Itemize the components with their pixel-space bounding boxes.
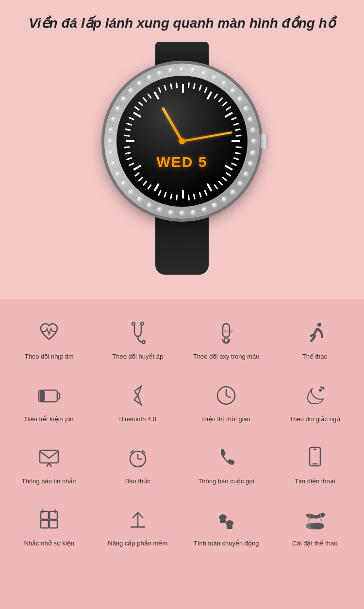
feature-label-blood-oxygen: Theo dõi oxy trong máu: [193, 352, 260, 361]
features-section: Theo dõi nhịp tim Theo dõi huyết áp Sao2…: [0, 299, 364, 567]
feature-label-heart-rate: Theo dõi nhịp tim: [25, 352, 74, 361]
feature-label-time: Hiện thị thời gian: [202, 415, 251, 424]
svg-rect-41: [220, 519, 226, 523]
svg-point-2: [142, 341, 145, 344]
feature-item-event: Nhắc nhở sự kiện: [5, 495, 94, 558]
svg-point-16: [322, 387, 324, 389]
message-icon: [34, 443, 64, 472]
feature-label-alarm: Báo thức: [125, 477, 150, 486]
strap-top: [155, 42, 209, 66]
svg-point-44: [311, 523, 324, 529]
watch-crown: [261, 134, 268, 148]
feature-label-call: Thông báo cuộc gọi: [198, 477, 254, 486]
feature-label-update: Nâng cấp phần mềm: [108, 539, 167, 548]
svg-rect-33: [41, 520, 49, 528]
update-icon: [123, 505, 152, 534]
feature-item-sport: Thể thao: [271, 309, 360, 371]
feature-label-steps: Tính toán chuyển động: [194, 539, 259, 548]
strap-bottom: [155, 216, 209, 275]
feature-item-sport-settings: Cài đặt thể thao: [271, 495, 360, 558]
feature-label-battery: Siêu tiết kiệm pin: [25, 415, 74, 424]
sport-settings-icon: [300, 505, 330, 534]
watch-wrapper: WED 5: [80, 42, 284, 294]
find-phone-icon: [300, 443, 330, 472]
event-icon: [34, 505, 64, 534]
features-grid: Theo dõi nhịp tim Theo dõi huyết áp Sao2…: [5, 309, 359, 558]
svg-point-15: [319, 389, 321, 391]
feature-label-blood-pressure: Theo dõi huyết áp: [112, 352, 163, 361]
hand-center: [179, 138, 185, 144]
hour-hand: [162, 107, 183, 142]
svg-point-7: [224, 338, 228, 343]
svg-text:Sao2: Sao2: [224, 329, 233, 333]
sport-icon: [300, 318, 330, 347]
svg-rect-10: [57, 393, 60, 399]
battery-icon: [34, 381, 64, 410]
time-icon: [212, 381, 241, 410]
minute-hand: [182, 132, 232, 142]
feature-item-update: Nâng cấp phần mềm: [94, 495, 182, 558]
svg-rect-11: [40, 392, 44, 400]
feature-item-bluetooth: Bluetooth 4.0: [94, 371, 182, 433]
feature-item-blood-pressure: Theo dõi huyết áp: [94, 309, 182, 371]
svg-rect-28: [310, 447, 320, 466]
watch-face-inner: WED 5: [116, 76, 248, 207]
feature-label-message: Thông báo tin nhắn: [22, 477, 77, 486]
heart-rate-icon: [34, 318, 64, 347]
blood-oxygen-icon: Sao2: [212, 318, 241, 347]
feature-item-time: Hiện thị thời gian: [182, 371, 271, 433]
feature-label-sport: Thể thao: [302, 352, 328, 361]
alarm-icon: [123, 443, 152, 472]
call-icon: [212, 443, 241, 472]
svg-rect-31: [41, 511, 49, 519]
feature-item-sleep: Theo dõi giấc ngủ: [271, 371, 360, 433]
watch-date: WED 5: [156, 154, 207, 170]
feature-label-event: Nhắc nhở sự kiện: [24, 539, 74, 548]
page-title: Viền đá lấp lánh xung quanh màn hình đồn…: [10, 15, 354, 32]
feature-item-alarm: Báo thức: [94, 433, 182, 495]
feature-label-bluetooth: Bluetooth 4.0: [119, 415, 156, 424]
sleep-icon: [300, 381, 330, 410]
feature-item-call: Thông báo cuộc gọi: [182, 433, 271, 495]
top-section: Viền đá lấp lánh xung quanh màn hình đồn…: [0, 0, 364, 299]
blood-pressure-icon: [123, 318, 152, 347]
feature-item-message: Thông báo tin nhắn: [5, 433, 94, 495]
watch-container: WED 5: [10, 42, 354, 299]
feature-item-battery: Siêu tiết kiệm pin: [5, 371, 94, 433]
feature-item-blood-oxygen: Sao2 Theo dõi oxy trong máu: [182, 309, 271, 371]
feature-item-find-phone: Tìm điện thoại: [271, 433, 360, 495]
svg-point-3: [132, 322, 135, 325]
svg-rect-32: [50, 511, 57, 519]
svg-point-17: [321, 387, 322, 388]
svg-point-4: [141, 322, 144, 325]
feature-label-sleep: Theo dõi giấc ngủ: [289, 415, 340, 424]
steps-icon: [212, 505, 241, 534]
bluetooth-icon: [123, 381, 152, 410]
svg-line-14: [226, 395, 231, 398]
svg-point-8: [317, 323, 321, 327]
svg-rect-34: [50, 520, 57, 528]
feature-label-find-phone: Tìm điện thoại: [295, 477, 335, 486]
feature-item-heart-rate: Theo dõi nhịp tim: [5, 309, 94, 371]
feature-label-sport-settings: Cài đặt thể thao: [292, 539, 337, 548]
svg-rect-42: [227, 525, 232, 529]
feature-item-steps: Tính toán chuyển động: [182, 495, 271, 558]
svg-rect-18: [40, 450, 58, 463]
watch-face-outer: WED 5: [104, 64, 260, 219]
